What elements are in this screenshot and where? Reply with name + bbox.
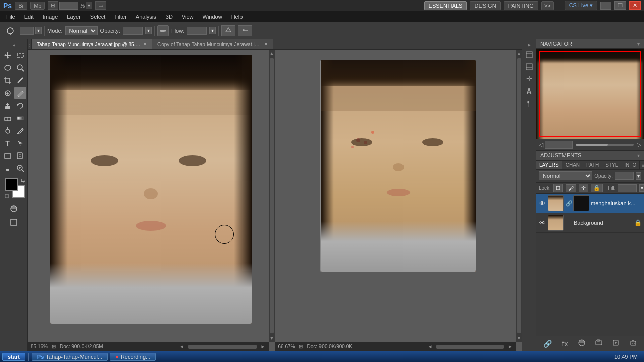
fill-input[interactable]: 100% <box>618 184 637 192</box>
menu-select[interactable]: Select <box>86 13 110 21</box>
menu-help[interactable]: Help <box>227 13 247 21</box>
vscroll-up[interactable]: ▲ <box>268 50 275 57</box>
zoom-control[interactable]: ⊞ 85.2 % ▾ <box>48 1 92 10</box>
menu-analysis[interactable]: Analysis <box>132 13 160 21</box>
right-scroll-left[interactable]: ◄ <box>428 344 433 349</box>
nav-zoom-in[interactable]: ▷ <box>637 141 641 148</box>
right-vscroll-up[interactable]: ▲ <box>516 50 522 57</box>
bridge-button[interactable]: Br <box>15 2 27 10</box>
brush-settings-btn[interactable] <box>238 25 252 36</box>
zoom-down[interactable]: ▾ <box>86 2 92 9</box>
painting-btn[interactable]: PAINTING <box>504 1 538 10</box>
new-group-btn[interactable] <box>593 338 604 349</box>
left-vscroll[interactable]: ▲ ▼ <box>269 50 275 342</box>
fill-dropdown[interactable]: ▾ <box>639 184 644 192</box>
flow-arrow[interactable]: ▾ <box>209 27 216 34</box>
close-btn[interactable]: ✕ <box>629 1 641 10</box>
move-tool[interactable] <box>2 49 14 61</box>
screen-mode-btn[interactable] <box>8 216 20 228</box>
zoom-arrange[interactable]: ⊞ <box>48 1 58 10</box>
menu-edit[interactable]: Edit <box>20 13 38 21</box>
vscroll-down[interactable]: ▼ <box>268 334 275 342</box>
left-scroll-left[interactable]: ◄ <box>179 344 184 349</box>
right-tool-4[interactable]: A <box>524 85 535 97</box>
nav-zoom-out[interactable]: ◁ <box>539 141 543 148</box>
lasso-tool[interactable] <box>2 62 14 74</box>
left-zoom-icon[interactable]: ⊞ <box>52 344 56 349</box>
right-canvas[interactable]: ▲ ▼ 66.67% ⊞ Doc: 900.0K/900.0K ◄ ► <box>275 50 522 351</box>
rectangular-marquee-tool[interactable] <box>14 49 26 61</box>
layers-menu-btn[interactable]: ≡ <box>640 161 644 169</box>
path-select-tool[interactable] <box>14 137 26 149</box>
left-canvas[interactable]: ▲ ▼ 85.16% ⊞ Doc: 900.0K/2.05M ◄ ► <box>28 50 275 351</box>
right-vscroll-down[interactable]: ▼ <box>516 334 522 342</box>
lock-transparent-btn[interactable]: ⊡ <box>553 184 563 192</box>
minimize-btn[interactable]: ─ <box>600 2 611 10</box>
navigator-collapse[interactable]: ▾ <box>637 41 640 47</box>
menu-file[interactable]: File <box>2 13 19 21</box>
right-scroll-right[interactable]: ► <box>508 344 513 349</box>
opacity-dropdown[interactable]: ▾ <box>636 172 641 180</box>
menu-image[interactable]: Image <box>39 13 62 21</box>
layer-eye-background[interactable]: 👁 <box>538 219 546 227</box>
eyedropper-tool[interactable] <box>14 74 26 86</box>
eraser-tool[interactable] <box>2 112 14 124</box>
brush-size-input[interactable]: 40 <box>20 27 34 35</box>
layer-item-background[interactable]: 👁 Background 🔒 <box>536 213 644 233</box>
left-tab-close[interactable]: × <box>143 41 147 48</box>
menu-filter[interactable]: Filter <box>110 13 130 21</box>
right-canvas-tab[interactable]: Copy of Tahap-Tahap-Munculmya-Jerawat.jp… <box>152 39 273 49</box>
styl-tab[interactable]: STYL <box>602 161 621 169</box>
left-scroll-right[interactable]: ► <box>261 344 266 349</box>
brush-size-down[interactable]: ▾ <box>35 27 42 34</box>
right-tool-2[interactable] <box>524 61 535 72</box>
flow-input[interactable]: 100% <box>187 27 207 35</box>
blend-mode-select[interactable]: Normal <box>539 171 592 180</box>
menu-layer[interactable]: Layer <box>63 13 85 21</box>
new-layer-btn[interactable] <box>610 338 621 349</box>
link-layers-btn[interactable]: 🔗 <box>541 338 554 349</box>
clone-stamp-tool[interactable] <box>2 100 14 112</box>
right-vscroll[interactable]: ▲ ▼ <box>516 50 522 342</box>
zoom-input[interactable]: 85.2 <box>59 2 78 10</box>
path-tab[interactable]: PATH <box>583 161 602 169</box>
opacity-arrow[interactable]: ▾ <box>145 27 152 34</box>
screen-btn[interactable]: ▭ <box>95 1 106 10</box>
right-tool-3[interactable]: ✛ <box>524 73 535 84</box>
right-zoom-icon[interactable]: ⊞ <box>299 344 303 349</box>
nav-zoom-slider[interactable] <box>576 144 634 146</box>
text-tool[interactable]: T <box>2 137 14 149</box>
menu-3d[interactable]: 3D <box>162 13 177 21</box>
left-canvas-tab[interactable]: Tahap-Tahap-Munculmya-Jerawat.jpg @ 85.2… <box>32 39 152 49</box>
cs-live-btn[interactable]: CS Live ▾ <box>565 1 598 10</box>
pen-tool[interactable] <box>14 125 26 137</box>
right-tool-1[interactable] <box>524 49 535 60</box>
dodge-tool[interactable] <box>2 125 14 137</box>
layer-style-btn[interactable]: fx <box>560 338 570 349</box>
gradient-tool[interactable] <box>14 112 26 124</box>
add-mask-btn[interactable] <box>576 338 587 349</box>
more-workspaces[interactable]: >> <box>541 1 554 10</box>
zoom-tool[interactable] <box>14 162 26 174</box>
panel-collapse-left[interactable]: ◂ <box>0 41 27 49</box>
restore-btn[interactable]: ❐ <box>614 1 626 10</box>
rectangle-shape-tool[interactable] <box>2 150 14 162</box>
crop-tool[interactable] <box>2 74 14 86</box>
history-brush-tool[interactable] <box>14 100 26 112</box>
lock-all-btn[interactable]: 🔒 <box>591 184 603 192</box>
mini-button[interactable]: Mb <box>30 2 45 10</box>
right-tab-close[interactable]: × <box>264 41 268 48</box>
layer-item-menghaluskan[interactable]: 👁 🔗 menghaluskan k... <box>536 194 644 213</box>
spot-healing-tool[interactable] <box>2 87 14 99</box>
foreground-color-swatch[interactable] <box>5 178 18 191</box>
start-button[interactable]: start <box>2 353 25 361</box>
mode-select[interactable]: Normal <box>65 26 98 35</box>
swap-colors-icon[interactable]: ⇆ <box>21 178 25 184</box>
delete-layer-btn[interactable] <box>628 338 639 349</box>
default-colors-icon[interactable]: ◱ <box>5 193 9 198</box>
airbrush-icon[interactable] <box>157 25 169 36</box>
essentials-btn[interactable]: ESSENTIALS <box>424 1 467 10</box>
hand-tool[interactable] <box>2 162 14 174</box>
nav-zoom-input[interactable]: 85.16% <box>545 141 573 149</box>
layers-tab[interactable]: LAYERS <box>536 161 562 169</box>
